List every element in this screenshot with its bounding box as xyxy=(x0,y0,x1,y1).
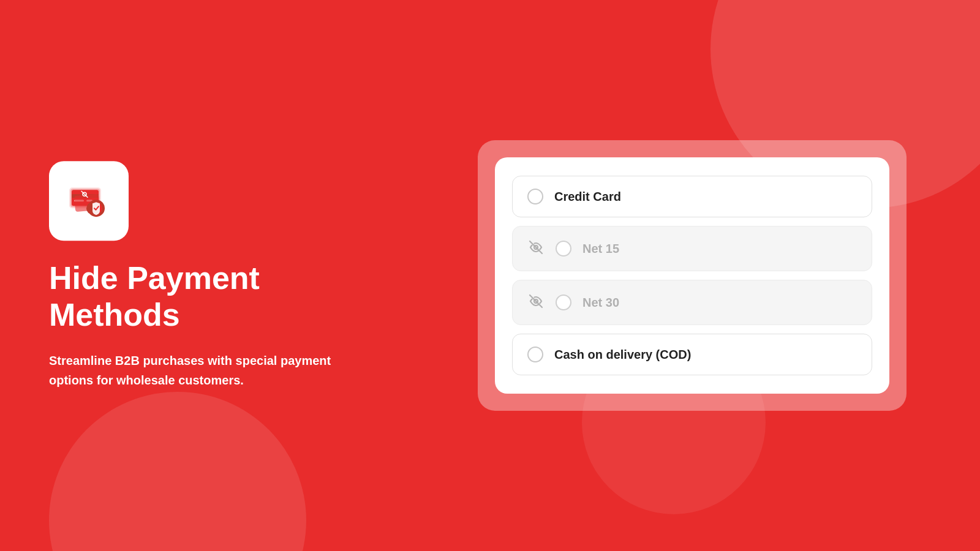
page-subtitle: Streamline B2B purchases with special pa… xyxy=(49,351,343,390)
app-icon xyxy=(64,176,113,225)
payment-label-cod: Cash on delivery (COD) xyxy=(554,348,691,362)
page-title: Hide Payment Methods xyxy=(49,260,343,334)
hidden-icon-net-15 xyxy=(527,239,545,258)
radio-net-30[interactable] xyxy=(556,294,571,310)
payment-item-net-30[interactable]: Net 30 xyxy=(512,280,872,325)
card-outer: Credit Card Net 15 xyxy=(478,140,907,411)
bg-decoration-bottom-left xyxy=(49,392,306,551)
payment-item-net-15[interactable]: Net 15 xyxy=(512,226,872,271)
payment-methods-list: Credit Card Net 15 xyxy=(495,157,889,394)
right-panel: Credit Card Net 15 xyxy=(478,140,907,411)
radio-net-15[interactable] xyxy=(556,241,571,257)
left-panel: Hide Payment Methods Streamline B2B purc… xyxy=(49,161,343,390)
hidden-icon-net-30 xyxy=(527,293,545,312)
radio-credit-card[interactable] xyxy=(527,189,543,204)
payment-label-net-30: Net 30 xyxy=(582,296,619,310)
app-icon-container xyxy=(49,161,129,241)
payment-item-cod[interactable]: Cash on delivery (COD) xyxy=(512,334,872,375)
payment-label-net-15: Net 15 xyxy=(582,242,619,256)
payment-label-credit-card: Credit Card xyxy=(554,190,621,204)
payment-item-credit-card[interactable]: Credit Card xyxy=(512,176,872,217)
radio-cod[interactable] xyxy=(527,347,543,362)
